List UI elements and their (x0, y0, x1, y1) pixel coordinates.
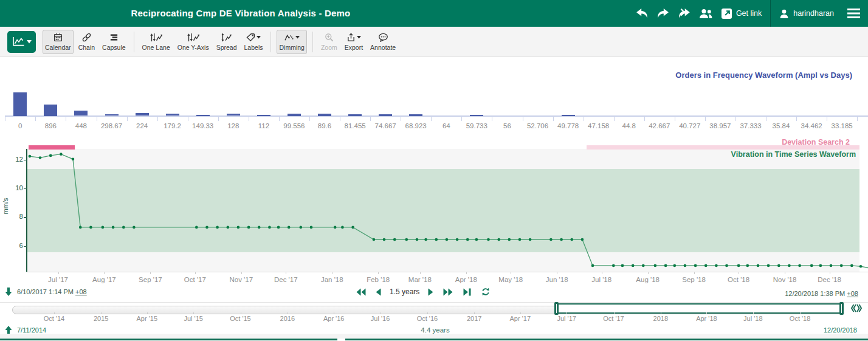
x-tick-label: Dec '18 (812, 276, 847, 283)
redo-icon[interactable] (656, 8, 669, 19)
bar-label: 89.6 (308, 122, 342, 129)
step-back-half-icon[interactable] (376, 288, 381, 296)
bar-axis-tick (584, 116, 584, 121)
x-tick-label: Jul '18 (584, 276, 619, 283)
one-y-axis-icon (187, 32, 200, 42)
toolbar-button-label: Zoom (321, 44, 337, 51)
display-duration[interactable]: 1.5 years (390, 288, 419, 296)
bar-label: 44.8 (612, 122, 646, 129)
step-forward-half-icon[interactable] (428, 288, 433, 296)
toolbar-button-one-y-axis[interactable]: One Y-Axis (175, 30, 212, 54)
toolbar-button-label: Annotate (370, 44, 396, 51)
timeline-tick-label: Oct '16 (412, 315, 443, 322)
step-forward-full-icon[interactable] (443, 288, 453, 296)
x-tick (378, 272, 379, 274)
move-start-earlier-icon[interactable] (5, 288, 12, 296)
move-start-later-icon[interactable] (5, 326, 12, 334)
y-tick-label: 12 (4, 156, 23, 163)
series-legend[interactable]: Vibration in Time Series Waveform (731, 150, 856, 159)
x-tick (420, 272, 421, 274)
timeline-tick-label: Oct '15 (225, 315, 257, 322)
full-range-end-date[interactable]: 12/20/2018 (824, 326, 857, 334)
x-tick-label: Nov '18 (767, 276, 802, 283)
user-menu[interactable]: harindharan (779, 9, 834, 19)
bar-axis-tick (827, 116, 827, 121)
x-tick-label: May '18 (493, 276, 528, 283)
refresh-icon[interactable] (481, 288, 490, 296)
bar-label: 49.778 (551, 122, 585, 129)
x-tick-label: Aug '17 (86, 276, 122, 283)
display-end-date[interactable]: 12/20/2018 1:38 PM +08 (785, 290, 858, 297)
timeline-tick (800, 312, 801, 314)
toolbar-button-label: Dimming (279, 44, 304, 51)
bar-axis-tick (188, 116, 188, 121)
selection-start-handle[interactable] (554, 302, 559, 315)
bottom-border-left (0, 339, 337, 340)
timeline-tick (520, 312, 521, 314)
timeline-tick-label: Jul '18 (737, 315, 769, 322)
expand-range-icon[interactable] (851, 304, 862, 315)
bar (13, 92, 27, 116)
timeline-tick-label: Jul '16 (365, 315, 396, 322)
bar (44, 105, 57, 116)
timeline-tick (706, 312, 707, 314)
bar (74, 111, 88, 115)
bar (166, 114, 179, 115)
x-tick (830, 272, 830, 274)
timezone-link-end[interactable]: +08 (847, 290, 858, 297)
spread-icon (221, 32, 232, 42)
toolbar-separator (312, 32, 313, 52)
bar (409, 114, 422, 116)
bar-label: 224 (125, 122, 159, 129)
timeline-tick-label: Apr '17 (505, 315, 536, 322)
display-start-date[interactable]: 6/10/2017 1:14 PM +08 (17, 288, 87, 295)
bar-axis-tick (370, 116, 371, 121)
page-title: Reciprocating Cmp DE Vibration Analysis … (0, 0, 481, 27)
redo-all-icon[interactable] (676, 8, 691, 19)
bar-label: 33.185 (825, 122, 859, 129)
toolbar-button-chain[interactable]: Chain (76, 30, 97, 54)
bar (318, 114, 331, 116)
toolbar-button-labels[interactable]: Labels (242, 30, 266, 54)
step-back-full-icon[interactable] (356, 288, 366, 296)
x-tick (785, 272, 785, 274)
labels-icon (246, 32, 261, 42)
toolbar-button-export[interactable]: Export (342, 30, 365, 54)
trend-icon (12, 36, 25, 47)
toolbar-button-dimming[interactable]: Dimming (277, 30, 306, 54)
selection-end-handle[interactable] (839, 302, 844, 315)
undo-icon[interactable] (636, 8, 649, 19)
y-tick (24, 160, 27, 160)
bar (470, 115, 483, 116)
full-range-start-date[interactable]: 7/11/2014 (17, 326, 46, 334)
separator (0, 302, 868, 303)
toolbar-button-annotate[interactable]: Annotate (368, 30, 398, 54)
bar-axis-tick (553, 116, 554, 121)
toolbar-button-capsule[interactable]: Capsule (100, 30, 128, 54)
bar-axis-tick (796, 116, 797, 121)
toolbar-button-calendar[interactable]: Calendar (43, 30, 74, 54)
toolbar-button-zoom[interactable]: Zoom (319, 30, 340, 54)
bar-label: 896 (33, 122, 67, 129)
timeline-tick-label: 2015 (85, 315, 117, 322)
timezone-link[interactable]: +08 (75, 288, 87, 295)
bar-label: 149.33 (186, 122, 220, 129)
toolbar-button-label: Labels (244, 44, 263, 51)
bar-axis-tick (5, 116, 5, 121)
toolbar-button-spread[interactable]: Spread (214, 30, 239, 54)
users-icon[interactable] (698, 9, 713, 19)
get-link-button[interactable]: Get link (721, 8, 762, 19)
hamburger-menu-icon[interactable] (847, 9, 860, 18)
step-to-end-icon[interactable] (463, 288, 471, 296)
export-icon (346, 32, 361, 42)
x-tick-label: Nov '17 (224, 276, 259, 283)
timeline-tick-label: Oct '14 (38, 315, 70, 322)
view-mode-dropdown[interactable] (7, 31, 36, 53)
timeline-selection[interactable] (556, 303, 841, 314)
condition-capsule-faded[interactable] (587, 145, 859, 150)
bar-axis-tick (735, 116, 736, 121)
x-axis-line (26, 272, 868, 272)
toolbar-button-one-lane[interactable]: One Lane (140, 30, 173, 54)
x-tick-label: Sep '17 (133, 276, 168, 283)
condition-capsule[interactable] (29, 145, 75, 150)
